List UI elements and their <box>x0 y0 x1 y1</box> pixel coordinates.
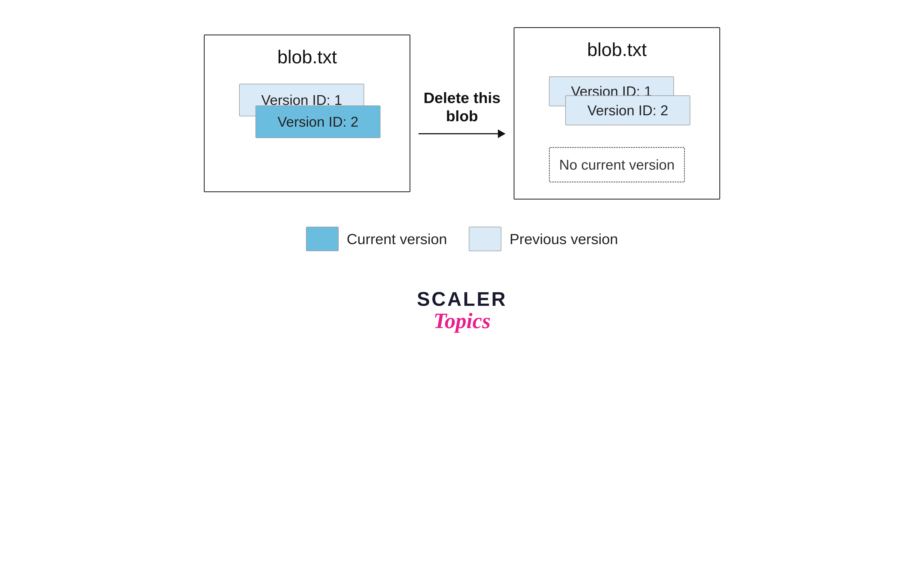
left-version-2-card: Version ID: 2 <box>255 105 380 138</box>
legend-previous-item: Previous version <box>469 227 618 251</box>
diagram-area: blob.txt Version ID: 1 Version ID: 2 Del… <box>204 27 720 200</box>
arrow-line <box>418 129 506 138</box>
logo-scaler-text: SCALER <box>417 289 507 309</box>
arrow-section: Delete this blob <box>410 88 514 138</box>
right-blob-title: blob.txt <box>528 39 706 60</box>
left-blob-title: blob.txt <box>218 46 396 67</box>
arrow-head-icon <box>498 129 506 138</box>
legend-current-label: Current version <box>347 231 447 247</box>
left-blob-box: blob.txt Version ID: 1 Version ID: 2 <box>204 34 410 192</box>
right-versions-stack: Version ID: 1 Version ID: 2 <box>549 76 685 136</box>
arrow-label: Delete this blob <box>423 88 500 125</box>
no-current-version-label: No current version <box>559 157 675 173</box>
logo-area: SCALER Topics <box>417 289 507 333</box>
arrow-shaft <box>418 133 498 134</box>
legend-previous-label: Previous version <box>509 231 618 247</box>
legend-previous-color-box <box>469 227 501 251</box>
legend-current-item: Current version <box>306 227 447 251</box>
no-current-version-box: No current version <box>549 147 685 182</box>
legend-current-color-box <box>306 227 339 251</box>
legend-area: Current version Previous version <box>306 227 618 251</box>
left-versions-stack: Version ID: 1 Version ID: 2 <box>239 84 375 160</box>
right-version-2-card: Version ID: 2 <box>565 95 690 125</box>
right-blob-box: blob.txt Version ID: 1 Version ID: 2 No … <box>514 27 720 200</box>
left-version-2-label: Version ID: 2 <box>278 114 358 130</box>
right-version-2-label: Version ID: 2 <box>587 102 668 118</box>
main-container: blob.txt Version ID: 1 Version ID: 2 Del… <box>0 0 924 579</box>
logo-topics-text: Topics <box>433 309 491 333</box>
